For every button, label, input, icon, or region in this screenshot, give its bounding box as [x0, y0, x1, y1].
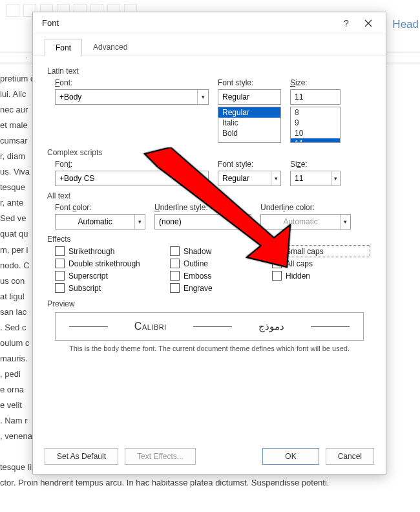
emboss-checkbox[interactable]: Emboss [170, 271, 267, 281]
underline-color-combo: ▾ [260, 214, 351, 229]
close-icon [364, 19, 372, 27]
complex-size-input[interactable] [291, 171, 331, 186]
preview-sample-cs: دموذج [258, 321, 284, 332]
latin-font-combo[interactable]: ▾ [55, 89, 209, 105]
list-item[interactable]: 10 [291, 128, 340, 138]
chevron-down-icon[interactable]: ▾ [271, 171, 280, 186]
group-effects: Effects [47, 235, 372, 244]
group-preview: Preview [47, 299, 372, 308]
underline-color-label: Underline color: [260, 203, 351, 212]
shadow-checkbox[interactable]: Shadow [170, 246, 267, 256]
set-as-default-button[interactable]: Set As Default [45, 448, 118, 465]
small-caps-checkbox[interactable]: ✓Small caps [272, 246, 369, 256]
complex-font-input[interactable] [56, 171, 197, 186]
complex-size-combo[interactable]: ▾ [290, 171, 341, 186]
underline-style-input[interactable] [155, 215, 240, 229]
underline-color-input [261, 215, 340, 229]
chevron-down-icon: ▾ [340, 215, 350, 229]
superscript-checkbox[interactable]: Superscript [55, 271, 165, 281]
preview-box: Calibri دموذج [55, 312, 364, 341]
chevron-down-icon[interactable]: ▾ [197, 90, 208, 104]
chevron-down-icon[interactable]: ▾ [134, 215, 145, 229]
preview-sample-latin: Calibri [134, 321, 167, 332]
strikethrough-checkbox[interactable]: Strikethrough [55, 246, 165, 256]
group-latin: Latin text [47, 67, 372, 76]
engrave-checkbox[interactable]: Engrave [170, 283, 267, 293]
complex-font-combo[interactable]: ▾ [55, 171, 209, 186]
latin-size-label: Size: [290, 78, 341, 87]
hidden-checkbox[interactable]: Hidden [272, 271, 369, 281]
help-button[interactable]: ? [335, 14, 357, 32]
complex-style-label: Font style: [218, 160, 281, 169]
ok-button[interactable]: OK [262, 448, 319, 465]
latin-size-list[interactable]: 8 9 10 11 [290, 107, 341, 143]
latin-font-input[interactable] [56, 90, 197, 104]
preview-note: This is the body theme font. The current… [47, 345, 372, 352]
group-complex: Complex scripts [47, 148, 372, 157]
latin-style-input[interactable] [218, 90, 280, 104]
latin-size-input[interactable] [291, 90, 340, 104]
tab-advanced[interactable]: Advanced [82, 38, 138, 56]
font-color-combo[interactable]: ▾ [55, 214, 145, 229]
chevron-down-icon[interactable]: ▾ [331, 171, 340, 186]
complex-size-label: Size: [290, 160, 341, 169]
complex-font-label: Font: [55, 160, 209, 169]
list-item[interactable]: Regular [218, 107, 280, 118]
double-strikethrough-checkbox[interactable]: Double strikethrough [55, 259, 165, 268]
list-item[interactable]: Bold [218, 128, 280, 138]
outline-checkbox[interactable]: Outline [170, 259, 267, 268]
latin-font-label: Font: [55, 78, 209, 87]
tab-strip: Font Advanced [33, 34, 386, 56]
cancel-button[interactable]: Cancel [326, 448, 374, 465]
titlebar: Font ? [33, 12, 386, 34]
dialog-title: Font [39, 18, 335, 28]
chevron-down-icon[interactable]: ▾ [240, 215, 251, 229]
text-effects-button[interactable]: Text Effects... [125, 448, 196, 465]
list-item[interactable]: 8 [291, 107, 340, 118]
latin-size-combo[interactable] [290, 89, 341, 105]
subscript-checkbox[interactable]: Subscript [55, 283, 165, 293]
list-item[interactable]: 11 [291, 138, 340, 143]
list-item[interactable]: 9 [291, 118, 340, 128]
list-item[interactable]: Italic [218, 118, 280, 128]
font-color-label: Font color: [55, 203, 145, 212]
complex-style-input[interactable] [218, 171, 271, 186]
all-caps-checkbox[interactable]: All caps [272, 259, 369, 268]
group-alltext: All text [47, 191, 372, 200]
underline-style-label: Underline style: [154, 203, 251, 212]
close-button[interactable] [357, 14, 379, 32]
latin-style-list[interactable]: Regular Italic Bold [218, 107, 281, 143]
latin-style-label: Font style: [218, 78, 281, 87]
latin-style-combo[interactable] [218, 89, 281, 105]
underline-style-combo[interactable]: ▾ [154, 214, 251, 229]
complex-style-combo[interactable]: ▾ [218, 171, 281, 186]
font-dialog: Font ? Font Advanced Latin text Font: ▾ … [32, 12, 386, 475]
tab-font[interactable]: Font [45, 39, 82, 56]
font-color-input[interactable] [56, 215, 134, 229]
chevron-down-icon[interactable]: ▾ [197, 171, 208, 186]
